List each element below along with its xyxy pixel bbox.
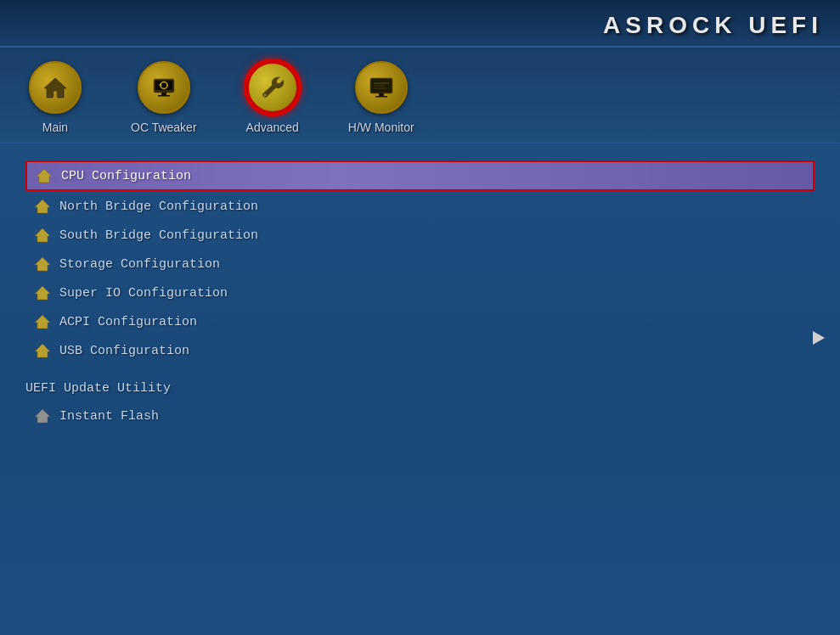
- menu-item-north-bridge[interactable]: North Bridge Configuration: [25, 193, 815, 220]
- nav-item-hw-monitor[interactable]: H/W Monitor: [336, 56, 426, 143]
- north-bridge-icon: [34, 199, 51, 214]
- utility-section-title: UEFI Update Utility: [25, 381, 815, 396]
- wrench-icon: [259, 74, 286, 101]
- svg-point-8: [263, 94, 266, 97]
- nav-main-label: Main: [42, 121, 68, 134]
- menu-item-south-bridge[interactable]: South Bridge Configuration: [25, 222, 815, 249]
- header: ASROCK UEFI: [0, 0, 840, 48]
- svg-rect-16: [375, 96, 387, 98]
- nav-icon-advanced-wrapper: [246, 61, 299, 114]
- home-icon: [42, 75, 68, 100]
- acpi-config-label: ACPI Configuration: [59, 315, 197, 329]
- svg-marker-18: [35, 199, 50, 213]
- svg-marker-21: [35, 286, 50, 300]
- menu-item-usb-config[interactable]: USB Configuration: [25, 337, 815, 364]
- svg-marker-17: [37, 169, 52, 183]
- acpi-config-icon: [34, 314, 51, 329]
- menu-item-acpi-config[interactable]: ACPI Configuration: [25, 308, 815, 335]
- menu-item-storage-config[interactable]: Storage Configuration: [25, 250, 815, 278]
- nav-icon-main-wrapper: [29, 61, 82, 114]
- nav-icon-hw-wrapper: [355, 61, 408, 114]
- svg-marker-23: [35, 344, 50, 357]
- utility-menu: Instant Flash: [25, 402, 815, 430]
- menu-item-cpu-config[interactable]: CPU Configuration: [25, 160, 815, 191]
- svg-marker-24: [35, 409, 50, 423]
- monitor-icon: [368, 74, 395, 101]
- oc-icon: [150, 74, 178, 101]
- storage-config-icon: [34, 256, 51, 272]
- instant-flash-label: Instant Flash: [59, 409, 159, 424]
- south-bridge-label: South Bridge Configuration: [59, 228, 258, 243]
- app-title: ASROCK UEFI: [603, 5, 823, 46]
- svg-marker-22: [35, 315, 50, 329]
- nav-oc-label: OC Tweaker: [131, 121, 197, 134]
- svg-rect-6: [161, 93, 166, 95]
- super-io-icon: [34, 285, 51, 301]
- mouse-cursor: [813, 331, 825, 345]
- south-bridge-icon: [34, 228, 51, 243]
- menu-item-instant-flash[interactable]: Instant Flash: [25, 402, 815, 430]
- usb-config-label: USB Configuration: [59, 344, 189, 358]
- bios-screen: ASROCK UEFI Main: [0, 0, 840, 635]
- nav-advanced-label: Advanced: [246, 121, 299, 134]
- cpu-config-icon: [36, 168, 53, 183]
- storage-config-label: Storage Configuration: [59, 257, 220, 272]
- nav-icon-oc-wrapper: [138, 61, 190, 114]
- menu-item-super-io[interactable]: Super IO Configuration: [25, 279, 815, 306]
- north-bridge-label: North Bridge Configuration: [59, 199, 258, 214]
- configuration-menu: CPU Configuration North Bridge Configura…: [25, 160, 815, 364]
- cpu-config-label: CPU Configuration: [61, 169, 191, 183]
- content-area: CPU Configuration North Bridge Configura…: [0, 143, 840, 635]
- usb-config-icon: [34, 343, 51, 358]
- svg-marker-19: [35, 228, 50, 242]
- svg-rect-15: [379, 93, 384, 96]
- svg-marker-20: [35, 257, 50, 271]
- instant-flash-icon: [34, 408, 51, 424]
- nav-item-advanced[interactable]: Advanced: [234, 56, 311, 143]
- super-io-label: Super IO Configuration: [59, 286, 228, 301]
- nav-hw-label: H/W Monitor: [348, 121, 414, 134]
- svg-rect-7: [158, 95, 170, 97]
- nav-item-oc-tweaker[interactable]: OC Tweaker: [119, 56, 209, 143]
- nav-item-main[interactable]: Main: [17, 56, 93, 143]
- nav-bar: Main OC Tweaker: [0, 48, 840, 143]
